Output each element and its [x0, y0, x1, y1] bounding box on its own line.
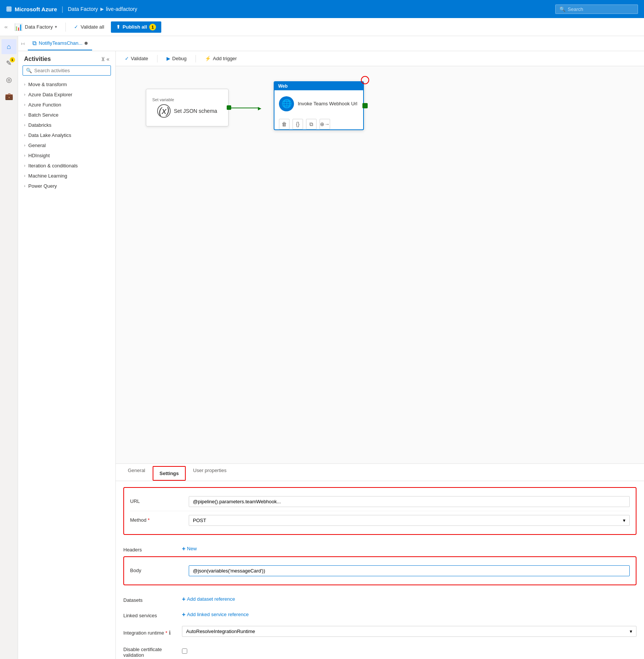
delete-node-button[interactable]: 🗑 [279, 119, 289, 129]
chevron-icon: › [24, 143, 25, 147]
datasets-row: Datasets + Add dataset reference [123, 591, 636, 607]
validate-button[interactable]: ✓ Validate [122, 54, 151, 63]
body-label: Body [130, 565, 183, 573]
sidebar-edit-button[interactable]: ✎ 1 [2, 56, 17, 71]
pipeline-canvas[interactable]: Set variable (x) Set JSON schema ▶ [116, 66, 644, 463]
tab-general[interactable]: General [122, 464, 151, 481]
integration-runtime-row: Integration runtime * ℹ AutoResolveInteg… [123, 622, 636, 641]
url-method-section: URL Method POST ▾ [123, 487, 636, 535]
disable-cert-checkbox[interactable] [182, 648, 187, 654]
activity-databricks[interactable]: › Databricks [18, 120, 115, 130]
error-indicator [361, 76, 369, 84]
top-navigation: ⊞ Microsoft Azure | Data Factory ▶ live-… [0, 0, 644, 18]
sidebar-manage-button[interactable]: 💼 [2, 89, 17, 104]
chevron-icon: › [24, 93, 25, 97]
web-node-header: Web [274, 82, 363, 90]
connect-node-button[interactable]: ⊕→ [320, 119, 330, 129]
search-icon: 🔍 [26, 68, 32, 73]
validate-all-button[interactable]: ✓ Validate all [70, 22, 108, 32]
info-icon[interactable]: ℹ [169, 630, 171, 636]
activity-data-lake-analytics[interactable]: › Data Lake Analytics [18, 130, 115, 140]
integration-runtime-select[interactable]: AutoResolveIntegrationRuntime ▾ [182, 626, 636, 637]
activities-search-box[interactable]: 🔍 [23, 65, 111, 76]
canvas-toolbar: ✓ Validate ▶ Debug ⚡ Add trigger [116, 51, 644, 66]
tab-chevrons[interactable]: ›‹ [21, 41, 25, 46]
second-toolbar: ‹‹ 📊 Data Factory ▾ ✓ Validate all ⬆ Pub… [0, 18, 644, 36]
web-node[interactable]: Web 🌐 Invoke Teams Webhook Url 🗑 {} ⧉ ⊕→ [274, 81, 364, 130]
toolbar-sep [157, 55, 158, 62]
chevron-icon: › [24, 133, 25, 137]
pipeline-diagram: Set variable (x) Set JSON schema ▶ [116, 66, 644, 179]
edit-badge: 1 [10, 57, 15, 62]
expand-icon[interactable]: « [106, 56, 109, 62]
linked-services-label: Linked services [123, 610, 176, 618]
add-trigger-button[interactable]: ⚡ Add trigger [202, 54, 240, 63]
breadcrumb-arrow: ▶ [100, 6, 104, 12]
headers-row: Headers + New [123, 541, 636, 556]
headers-label: Headers [123, 545, 176, 553]
activity-azure-data-explorer[interactable]: › Azure Data Explorer [18, 90, 115, 100]
body-input[interactable] [189, 565, 630, 576]
checkmark-icon: ✓ [125, 56, 129, 61]
settings-content: URL Method POST ▾ [116, 481, 644, 659]
activities-controls[interactable]: ⊻ « [101, 56, 109, 62]
sidebar-collapse-chevrons[interactable]: ‹‹ [5, 24, 8, 30]
activity-hdinsight[interactable]: › HDInsight [18, 150, 115, 161]
integration-runtime-label: Integration runtime * ℹ [123, 627, 176, 636]
search-bar[interactable]: 🔍 Search [555, 5, 638, 14]
search-icon: 🔍 [559, 6, 565, 12]
search-activities-input[interactable] [34, 68, 108, 73]
connector-line [229, 108, 259, 108]
debug-button[interactable]: ▶ Debug [164, 54, 189, 63]
activity-iteration-conditionals[interactable]: › Iteration & conditionals [18, 161, 115, 171]
clone-node-button[interactable]: ⧉ [306, 119, 317, 129]
method-select[interactable]: POST ▾ [189, 515, 630, 526]
tab-unsaved-dot [85, 42, 88, 45]
activity-machine-learning[interactable]: › Machine Learning [18, 171, 115, 181]
pipeline-tab[interactable]: ⧉ NotifiyTeamsChan... [28, 37, 92, 50]
variable-icon: (x) [157, 104, 171, 118]
pipeline-tab-icon: ⧉ [32, 40, 36, 47]
canvas-area: ✓ Validate ▶ Debug ⚡ Add trigger [116, 51, 644, 659]
activity-batch-service[interactable]: › Batch Service [18, 110, 115, 120]
chevron-icon: › [24, 164, 25, 168]
activity-azure-function[interactable]: › Azure Function [18, 100, 115, 110]
chevron-icon: › [24, 123, 25, 127]
data-factory-toolbar-item[interactable]: 📊 Data Factory ▾ [11, 21, 61, 33]
activity-power-query[interactable]: › Power Query [18, 181, 115, 191]
activities-panel: Activities ⊻ « 🔍 › Move & transform [18, 51, 116, 659]
plus-icon: + [182, 545, 185, 552]
chevron-icon: › [24, 153, 25, 158]
web-node-label: Invoke Teams Webhook Url [298, 100, 357, 107]
activity-move-transform[interactable]: › Move & transform [18, 79, 115, 90]
activities-list: › Move & transform › Azure Data Explorer… [18, 79, 115, 659]
web-node-actions: 🗑 {} ⧉ ⊕→ [274, 117, 363, 132]
breadcrumb-data-factory[interactable]: Data Factory [68, 6, 98, 12]
tab-settings[interactable]: Settings [153, 466, 185, 481]
publish-all-button[interactable]: ⬆ Publish all 1 [111, 21, 161, 33]
briefcase-icon: 💼 [5, 92, 13, 100]
settings-panel: General Settings User properties [116, 463, 644, 659]
collapse-icon[interactable]: ⊻ [101, 56, 105, 62]
add-linked-service-button[interactable]: + Add linked service reference [182, 611, 249, 618]
datasets-label: Datasets [123, 595, 176, 603]
brand-logo: ⊞ [6, 5, 12, 13]
play-icon: ▶ [167, 56, 170, 61]
code-node-button[interactable]: {} [292, 119, 303, 129]
sidebar-monitor-button[interactable]: ◎ [2, 72, 17, 87]
tab-user-properties[interactable]: User properties [187, 464, 233, 481]
chevron-icon: › [24, 113, 25, 117]
activity-general[interactable]: › General [18, 140, 115, 150]
sidebar-home-button[interactable]: ⌂ [2, 39, 17, 54]
set-variable-node[interactable]: Set variable (x) Set JSON schema [146, 89, 229, 126]
lightning-icon: ⚡ [205, 56, 211, 61]
add-dataset-button[interactable]: + Add dataset reference [182, 596, 235, 603]
url-label: URL [130, 496, 183, 504]
headers-new-button[interactable]: + New [182, 545, 197, 552]
body-row: Body [130, 562, 630, 580]
breadcrumb-live-adfactory[interactable]: live-adfactory [106, 6, 137, 12]
dropdown-chevron-icon: ▾ [630, 629, 632, 634]
checkmark-icon: ✓ [74, 24, 78, 30]
url-input[interactable] [189, 496, 630, 507]
plus-icon: + [182, 596, 185, 603]
